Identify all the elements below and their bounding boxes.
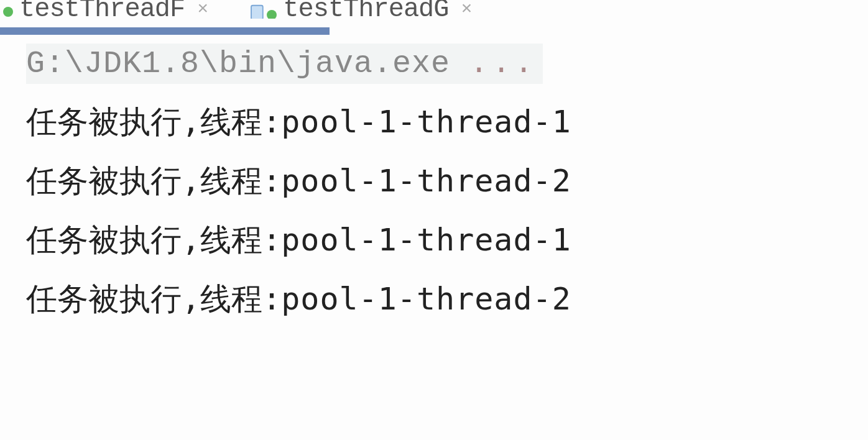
- command-ellipsis: ...: [469, 46, 537, 81]
- thread-name: pool-1-thread-2: [281, 163, 571, 199]
- run-tab-bar: testThreadF × testThreadG ×: [0, 0, 868, 22]
- output-prefix: 任务被执行,线程:: [26, 222, 281, 258]
- output-line: 任务被执行,线程:pool-1-thread-2: [26, 160, 868, 202]
- output-line: 任务被执行,线程:pool-1-thread-1: [26, 219, 868, 261]
- svg-rect-0: [251, 6, 263, 19]
- output-prefix: 任务被执行,线程:: [26, 281, 281, 317]
- output-line: 任务被执行,线程:pool-1-thread-1: [26, 101, 868, 143]
- thread-name: pool-1-thread-1: [281, 104, 571, 140]
- close-icon[interactable]: ×: [197, 0, 208, 19]
- console-output: G:\JDK1.8\bin\java.exe ... 任务被执行,线程:pool…: [0, 22, 868, 320]
- run-status-dot-icon: [267, 10, 277, 19]
- output-prefix: 任务被执行,线程:: [26, 163, 281, 199]
- tab-inactive[interactable]: testThreadG ×: [245, 0, 484, 19]
- file-icon: [248, 0, 267, 19]
- output-line: 任务被执行,线程:pool-1-thread-2: [26, 278, 868, 320]
- tab-label-inactive: testThreadG: [283, 0, 448, 19]
- output-prefix: 任务被执行,线程:: [26, 104, 281, 140]
- run-status-dot-icon: [3, 7, 13, 17]
- command-path: G:\JDK1.8\bin\java.exe: [26, 46, 469, 81]
- active-tab-underline: [0, 27, 330, 35]
- close-icon[interactable]: ×: [461, 0, 472, 19]
- tab-active[interactable]: testThreadF ×: [0, 0, 220, 19]
- tab-label-active: testThreadF: [19, 0, 185, 19]
- thread-name: pool-1-thread-2: [281, 281, 571, 317]
- thread-name: pool-1-thread-1: [281, 222, 571, 258]
- command-line: G:\JDK1.8\bin\java.exe ...: [26, 44, 543, 84]
